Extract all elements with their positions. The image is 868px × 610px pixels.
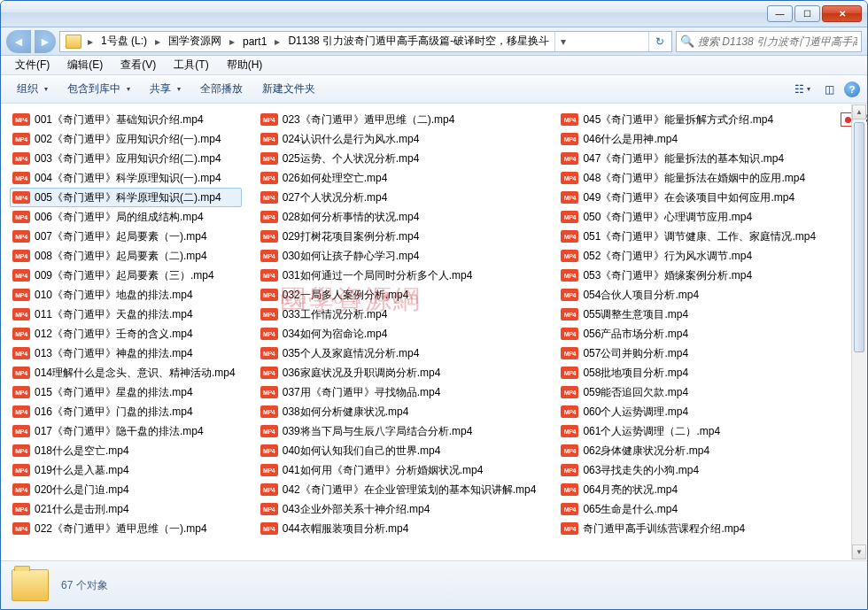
file-item[interactable]: MP4054合伙人项目分析.mp4 xyxy=(558,285,822,305)
file-item[interactable]: MP4004《奇门遁甲》科学原理知识(一).mp4 xyxy=(10,168,242,188)
file-item[interactable]: MP4065生命是什么.mp4 xyxy=(558,499,822,519)
file-item[interactable]: MP4010《奇门遁甲》地盘的排法.mp4 xyxy=(10,285,242,305)
breadcrumb-seg-1[interactable]: 国学资源网 xyxy=(163,32,227,51)
file-item[interactable]: MP4007《奇门遁甲》起局要素（一).mp4 xyxy=(10,227,242,246)
help-icon[interactable]: ? xyxy=(844,81,860,97)
file-item[interactable]: MP4005《奇门遁甲》科学原理知识(二).mp4 xyxy=(10,188,242,207)
chevron-right-icon[interactable]: ▸ xyxy=(272,35,283,48)
share-button[interactable]: 共享 xyxy=(141,78,190,100)
file-item[interactable]: MP4039将当下局与生辰八字局结合分析.mp4 xyxy=(258,421,543,441)
file-item[interactable]: MP4045《奇门遁甲》能量拆解方式介绍.mp4 xyxy=(558,110,822,129)
file-item[interactable]: MP4055调整生意项目.mp4 xyxy=(558,305,822,324)
file-item[interactable]: MP4044衣帽服装项目分析.mp4 xyxy=(258,519,543,538)
file-item[interactable]: MP4025运势、个人状况分析.mp4 xyxy=(258,149,543,168)
file-item[interactable]: MP4028如何分析事情的状况.mp4 xyxy=(258,207,543,227)
refresh-button[interactable]: ↻ xyxy=(648,32,670,51)
chevron-right-icon[interactable]: ▸ xyxy=(152,35,163,48)
menu-edit[interactable]: 编辑(E) xyxy=(60,56,110,74)
file-item[interactable]: MP4061个人运势调理（二）.mp4 xyxy=(558,421,822,441)
file-item[interactable]: MP4064月亮的状况.mp4 xyxy=(558,480,822,499)
file-item[interactable]: MP4017《奇门遁甲》隐干盘的排法.mp4 xyxy=(10,421,242,441)
file-item[interactable]: MP4053《奇门遁甲》婚缘案例分析.mp4 xyxy=(558,266,822,285)
menu-help[interactable]: 帮助(H) xyxy=(220,56,270,74)
play-all-button[interactable]: 全部播放 xyxy=(191,78,252,100)
file-item[interactable]: MP4052《奇门遁甲》行为风水调节.mp4 xyxy=(558,246,822,266)
file-item[interactable]: MP4034如何为宿命论.mp4 xyxy=(258,324,543,344)
breadcrumb-seg-3[interactable]: D1138 引力波奇门遁甲高手高级篇-破译时空，移星换斗 xyxy=(283,32,554,51)
file-item[interactable]: MP4031如何通过一个局同时分析多个人.mp4 xyxy=(258,266,543,285)
close-button[interactable]: ✕ xyxy=(822,5,862,22)
chevron-right-icon[interactable]: ▸ xyxy=(227,35,237,48)
search-box[interactable]: 🔍 xyxy=(676,31,862,52)
file-item[interactable]: MP4009《奇门遁甲》起局要素（三）.mp4 xyxy=(10,266,242,285)
file-item[interactable]: MP4奇门遁甲高手训练营课程介绍.mp4 xyxy=(558,519,822,538)
file-item[interactable]: MP4035个人及家庭情况分析.mp4 xyxy=(258,344,543,363)
include-in-library-button[interactable]: 包含到库中 xyxy=(58,78,139,100)
scroll-up-button[interactable]: ▲ xyxy=(852,104,866,120)
file-item[interactable]: MP4062身体健康状况分析.mp4 xyxy=(558,441,822,460)
maximize-button[interactable]: ☐ xyxy=(794,5,820,22)
file-item[interactable]: MP4046什么是用神.mp4 xyxy=(558,129,822,149)
breadcrumb-seg-0[interactable]: 1号盘 (L:) xyxy=(96,32,152,51)
file-item[interactable]: MP4041如何用《奇门遁甲》分析婚姻状况.mp4 xyxy=(258,460,543,480)
scroll-down-button[interactable]: ▼ xyxy=(852,544,866,560)
breadcrumb-seg-2[interactable]: part1 xyxy=(237,32,272,51)
scroll-thumb[interactable] xyxy=(854,122,864,352)
preview-pane-button[interactable]: ◫ xyxy=(818,80,841,99)
new-folder-button[interactable]: 新建文件夹 xyxy=(253,78,324,100)
file-item[interactable]: MP4016《奇门遁甲》门盘的排法.mp4 xyxy=(10,402,242,421)
file-item[interactable]: MP4032一局多人案例分析.mp4 xyxy=(258,285,543,305)
file-item[interactable]: MP4060个人运势调理.mp4 xyxy=(558,402,822,421)
menu-tools[interactable]: 工具(T) xyxy=(167,56,215,74)
chevron-right-icon[interactable]: ▸ xyxy=(85,35,96,48)
file-item[interactable]: MP4013《奇门遁甲》神盘的排法.mp4 xyxy=(10,344,242,363)
file-item[interactable]: MP4027个人状况分析.mp4 xyxy=(258,188,543,207)
address-bar[interactable]: ▸ 1号盘 (L:) ▸ 国学资源网 ▸ part1 ▸ D1138 引力波奇门… xyxy=(59,31,672,52)
file-item[interactable]: MP4008《奇门遁甲》起局要素（二).mp4 xyxy=(10,246,242,266)
address-dropdown-button[interactable]: ▾ xyxy=(554,32,570,51)
file-item[interactable]: MP4049《奇门遁甲》在会谈项目中如何应用.mp4 xyxy=(558,188,822,207)
file-item[interactable]: MP4036家庭状况及升职调岗分析.mp4 xyxy=(258,363,543,382)
file-item[interactable]: MP4056产品市场分析.mp4 xyxy=(558,324,822,344)
file-item[interactable]: MP4038如何分析健康状况.mp4 xyxy=(258,402,543,421)
file-item[interactable]: MP4042《奇门遁甲》在企业管理策划的基本知识讲解.mp4 xyxy=(258,480,543,499)
file-item[interactable]: MP4014理解什么是念头、意识、精神活动.mp4 xyxy=(10,363,242,382)
file-item[interactable]: MP4024认识什么是行为风水.mp4 xyxy=(258,129,543,149)
file-item[interactable]: MP4047《奇门遁甲》能量拆法的基本知识.mp4 xyxy=(558,149,822,168)
file-item[interactable]: MP4048《奇门遁甲》能量拆法在婚姻中的应用.mp4 xyxy=(558,168,822,188)
file-item[interactable]: MP4018什么是空亡.mp4 xyxy=(10,441,242,460)
file-item[interactable]: MP4015《奇门遁甲》星盘的排法.mp4 xyxy=(10,382,242,402)
file-item[interactable]: MP4011《奇门遁甲》天盘的排法.mp4 xyxy=(10,305,242,324)
file-item[interactable]: MP4040如何认知我们自己的世界.mp4 xyxy=(258,441,543,460)
file-item[interactable]: MP4037用《奇门遁甲》寻找物品.mp4 xyxy=(258,382,543,402)
menu-view[interactable]: 查看(V) xyxy=(113,56,163,74)
file-item[interactable]: MP4063寻找走失的小狗.mp4 xyxy=(558,460,822,480)
file-item[interactable]: MP4043企业外部关系十神介绍.mp4 xyxy=(258,499,543,519)
file-item[interactable]: MP4003《奇门遁甲》应用知识介绍(二).mp4 xyxy=(10,149,242,168)
file-item[interactable]: MP4022《奇门遁甲》遁甲思维（一).mp4 xyxy=(10,519,242,538)
file-item[interactable]: MP4021什么是击刑.mp4 xyxy=(10,499,242,519)
file-item[interactable]: MP4026如何处理空亡.mp4 xyxy=(258,168,543,188)
file-item[interactable]: MP4002《奇门遁甲》应用知识介绍(一).mp4 xyxy=(10,129,242,149)
file-item[interactable]: MP4023《奇门遁甲》遁甲思维（二).mp4 xyxy=(258,110,543,129)
nav-forward-button[interactable]: ► xyxy=(35,30,56,53)
file-item[interactable]: MP4058批地项目分析.mp4 xyxy=(558,363,822,382)
menu-file[interactable]: 文件(F) xyxy=(8,56,57,74)
file-item[interactable]: MP4057公司并购分析.mp4 xyxy=(558,344,822,363)
organize-button[interactable]: 组织 xyxy=(8,78,57,100)
minimize-button[interactable]: — xyxy=(767,5,793,22)
file-item[interactable]: MP4030如何让孩子静心学习.mp4 xyxy=(258,246,543,266)
nav-back-button[interactable]: ◄ xyxy=(6,30,31,53)
file-item[interactable]: MP4001《奇门遁甲》基础知识介绍.mp4 xyxy=(10,110,242,129)
view-options-button[interactable]: ☷ xyxy=(791,80,814,99)
file-item[interactable]: MP4006《奇门遁甲》局的组成结构.mp4 xyxy=(10,207,242,227)
file-item[interactable]: MP4033工作情况分析.mp4 xyxy=(258,305,543,324)
file-item[interactable]: MP4019什么是入墓.mp4 xyxy=(10,460,242,480)
file-item[interactable]: MP4051《奇门遁甲》调节健康、工作、家庭情况.mp4 xyxy=(558,227,822,246)
search-input[interactable] xyxy=(698,35,857,48)
file-item[interactable]: MP4050《奇门遁甲》心理调节应用.mp4 xyxy=(558,207,822,227)
file-item[interactable]: MP4059能否追回欠款.mp4 xyxy=(558,382,822,402)
vertical-scrollbar[interactable]: ▲ ▼ xyxy=(851,104,866,560)
file-item[interactable]: MP4020什么是门迫.mp4 xyxy=(10,480,242,499)
file-item[interactable]: MP4012《奇门遁甲》壬奇的含义.mp4 xyxy=(10,324,242,344)
